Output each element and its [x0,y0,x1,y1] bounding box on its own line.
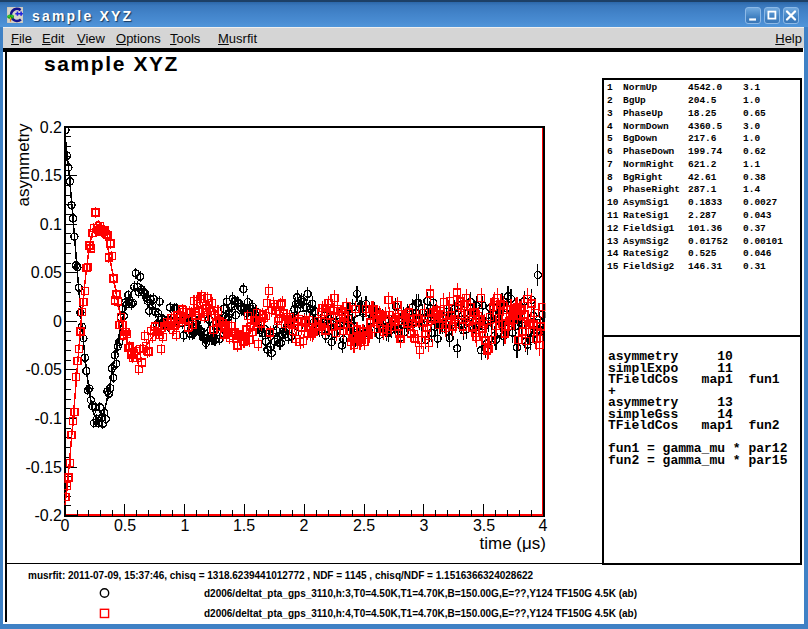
svg-text:-0.1: -0.1 [34,410,62,427]
svg-text:2: 2 [300,517,309,534]
svg-text:-0.2: -0.2 [34,507,62,524]
svg-text:3: 3 [420,517,429,534]
svg-text:0: 0 [53,313,62,330]
svg-text:time (μs): time (μs) [480,534,546,553]
svg-text:4: 4 [539,517,548,534]
svg-text:3.5: 3.5 [473,517,495,534]
svg-text:1: 1 [181,517,190,534]
svg-text:1.5: 1.5 [233,517,255,534]
svg-text:-0.05: -0.05 [26,361,63,378]
svg-text:0: 0 [61,517,70,534]
svg-text:0.5: 0.5 [114,517,136,534]
svg-text:-0.15: -0.15 [26,459,63,476]
svg-text:2.5: 2.5 [353,517,375,534]
